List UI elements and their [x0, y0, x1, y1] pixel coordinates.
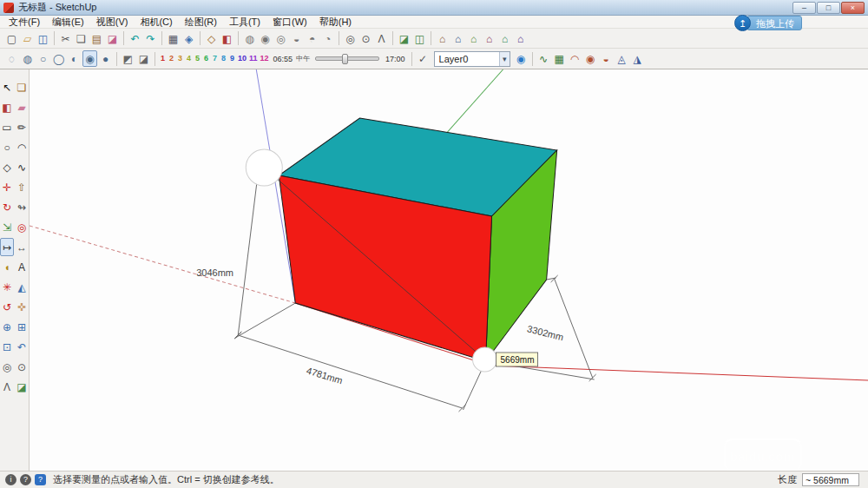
undo-button[interactable]: ↶ — [128, 30, 142, 47]
solid-trim-button[interactable]: ◒ — [289, 30, 304, 47]
right-view-button[interactable]: ⌂ — [482, 30, 496, 47]
menu-view[interactable]: 视图(V) — [90, 16, 135, 29]
geolocation-icon[interactable]: i — [5, 474, 16, 485]
section-plane-button[interactable]: ◪ — [397, 30, 411, 47]
open-file-button[interactable]: ▱ — [20, 30, 35, 47]
sandbox-drape-button[interactable]: ◒ — [599, 50, 614, 67]
3d-text-tool[interactable]: ◭ — [15, 278, 29, 296]
paint-bucket-button[interactable]: ◧ — [220, 30, 234, 47]
menu-camera[interactable]: 相机(C) — [134, 16, 178, 29]
circle-tool[interactable]: ○ — [0, 138, 14, 156]
slider-thumb-icon[interactable] — [342, 54, 348, 64]
dimension-tool[interactable]: ↔ — [15, 238, 29, 256]
toolbar-separator[interactable] — [161, 31, 162, 45]
menu-edit[interactable]: 编辑(E) — [46, 16, 90, 29]
orbit-tool[interactable]: ↺ — [0, 298, 14, 316]
rotate-tool[interactable]: ↻ — [0, 198, 14, 216]
look-around-button[interactable]: ⊙ — [358, 30, 373, 47]
toolbar-separator[interactable] — [392, 31, 393, 45]
polygon-tool[interactable]: ◇ — [0, 158, 14, 176]
select-tool[interactable]: ↖ — [0, 78, 14, 96]
toolbar-separator[interactable] — [339, 31, 339, 45]
redo-button[interactable]: ↷ — [143, 30, 158, 47]
wireframe-button[interactable]: ○ — [36, 50, 50, 67]
toolbar-separator[interactable] — [238, 31, 239, 45]
print-button[interactable]: ▦ — [166, 30, 181, 47]
zoom-extents-tool[interactable]: ⊡ — [0, 338, 14, 356]
walk-tool[interactable]: Λ — [0, 378, 14, 396]
previous-view-tool[interactable]: ↶ — [15, 338, 29, 356]
drag-upload-button[interactable]: ↥ 拖拽上传 — [734, 15, 802, 31]
menu-draw[interactable]: 绘图(R) — [179, 16, 223, 29]
shadow-dialog-button[interactable]: ◩ — [121, 50, 135, 67]
toolbar-separator[interactable] — [431, 31, 431, 45]
menu-help[interactable]: 帮助(H) — [313, 16, 358, 29]
shadow-month-7[interactable]: 7 — [211, 52, 219, 65]
minimize-button[interactable]: – — [792, 2, 816, 14]
arc-tool[interactable]: ◠ — [15, 138, 29, 156]
line-tool[interactable]: ✏ — [15, 118, 29, 136]
shadow-month-4[interactable]: 4 — [185, 52, 193, 65]
shadow-month-6[interactable]: 6 — [202, 52, 210, 65]
axes-tool[interactable]: ✳ — [0, 278, 14, 296]
shaded-textures-button[interactable]: ◉ — [82, 50, 97, 67]
toolbar-separator[interactable] — [200, 31, 201, 45]
look-around-tool[interactable]: ⊙ — [15, 358, 29, 376]
sandbox-flip-edge-button[interactable]: ◮ — [630, 50, 645, 67]
solid-subtract-button[interactable]: ◎ — [273, 30, 288, 47]
cut-button[interactable]: ✂ — [58, 30, 73, 47]
position-camera-tool[interactable]: ◎ — [0, 358, 14, 376]
make-component-tool[interactable]: ❏ — [15, 78, 29, 96]
zoom-window-tool[interactable]: ⊞ — [15, 318, 29, 336]
hidden-line-button[interactable]: ◯ — [51, 50, 66, 67]
solid-split-button[interactable]: ◔ — [320, 30, 335, 47]
copy-button[interactable]: ❏ — [74, 30, 89, 47]
pan-tool[interactable]: ✜ — [15, 298, 29, 316]
shadow-month-12[interactable]: 12 — [260, 52, 270, 65]
push-pull-tool[interactable]: ⇧ — [15, 178, 29, 196]
follow-me-tool[interactable]: ↬ — [15, 198, 29, 216]
text-tool[interactable]: A — [15, 258, 29, 276]
credits-icon[interactable]: ? — [20, 474, 31, 485]
section-display-button[interactable]: ◫ — [412, 30, 427, 47]
solid-union-button[interactable]: ◉ — [258, 30, 273, 47]
shaded-button[interactable]: ◐ — [67, 50, 82, 67]
solid-intersect-button[interactable]: ◓ — [305, 30, 319, 47]
back-view-button[interactable]: ⌂ — [497, 30, 512, 47]
walk-button[interactable]: Λ — [374, 30, 389, 47]
toolbar-separator[interactable] — [54, 31, 55, 45]
make-component-button[interactable]: ◇ — [204, 30, 219, 47]
back-edges-button[interactable]: ◍ — [20, 50, 35, 67]
sandbox-smoove-button[interactable]: ◠ — [568, 50, 582, 67]
sandbox-from-contours-button[interactable]: ∿ — [536, 50, 551, 67]
monochrome-button[interactable]: ● — [98, 50, 113, 67]
zoom-tool[interactable]: ⊕ — [0, 318, 14, 336]
move-tool[interactable]: ✛ — [0, 178, 14, 196]
new-file-button[interactable]: ▢ — [4, 30, 19, 47]
position-camera-button[interactable]: ◎ — [343, 30, 358, 47]
sandbox-stamp-button[interactable]: ◉ — [583, 50, 598, 67]
freehand-tool[interactable]: ∿ — [15, 158, 29, 176]
paint-bucket-tool[interactable]: ◧ — [0, 98, 14, 116]
scale-tool[interactable]: ⇲ — [0, 218, 14, 236]
shadow-month-9[interactable]: 9 — [228, 52, 236, 65]
eraser-tool[interactable]: ▰ — [15, 98, 29, 116]
maximize-button[interactable]: □ — [817, 2, 840, 14]
iso-view-button[interactable]: ⌂ — [435, 30, 450, 47]
save-button[interactable]: ◫ — [36, 30, 50, 47]
left-view-button[interactable]: ⌂ — [513, 30, 528, 47]
shadow-month-3[interactable]: 3 — [176, 52, 184, 65]
close-button[interactable]: × — [841, 2, 865, 14]
protractor-tool[interactable]: ◖ — [0, 258, 14, 276]
section-plane-tool[interactable]: ◪ — [15, 378, 29, 396]
layer-manager-button[interactable]: ◉ — [514, 50, 529, 67]
shadow-month-1[interactable]: 1 — [159, 52, 167, 65]
shadow-time-slider[interactable] — [315, 56, 379, 61]
menu-file[interactable]: 文件(F) — [3, 16, 46, 29]
menu-tools[interactable]: 工具(T) — [223, 16, 266, 29]
paste-button[interactable]: ▤ — [89, 30, 104, 47]
shadow-month-2[interactable]: 2 — [168, 52, 175, 65]
shadow-month-11[interactable]: 11 — [248, 52, 259, 65]
xray-button[interactable]: ◌ — [4, 50, 19, 67]
tape-measure-tool[interactable]: ↦ — [0, 238, 14, 256]
